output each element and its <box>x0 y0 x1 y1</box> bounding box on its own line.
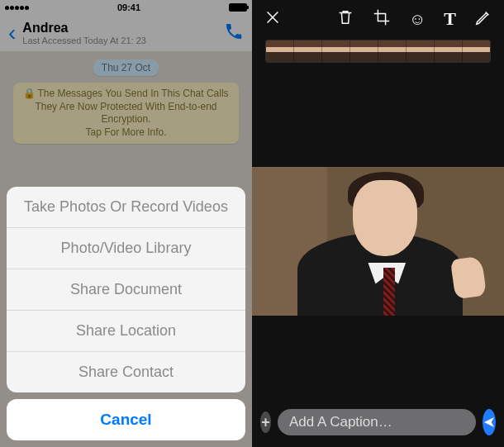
crop-icon[interactable] <box>373 8 391 30</box>
whatsapp-chat-screen: 09:41 ‹ Andrea Last Accessed Today At 21… <box>0 0 252 447</box>
attachment-action-sheet: Take Photos Or Record Videos Photo/Video… <box>7 187 245 440</box>
sheet-item-library[interactable]: Photo/Video Library <box>7 228 245 269</box>
battery-indicator <box>229 3 247 12</box>
encryption-line1: The Messages You Send In This Chat Calls <box>37 88 228 99</box>
signal-indicator <box>5 6 29 10</box>
sheet-item-contact[interactable]: Share Contact <box>7 352 245 392</box>
media-editor-screen: ☺ T + <box>252 0 504 447</box>
close-icon[interactable] <box>264 8 282 30</box>
lock-icon: 🔒 <box>23 88 36 99</box>
filmstrip-frame <box>435 40 463 62</box>
caption-bar: + <box>252 401 504 447</box>
add-media-button[interactable]: + <box>260 411 271 433</box>
send-button[interactable] <box>483 409 496 435</box>
filmstrip-frame <box>407 40 435 62</box>
encryption-line2: They Are Now Protected With End-to-end E… <box>35 101 216 126</box>
last-accessed: Last Accessed Today At 21: 23 <box>22 36 217 45</box>
filmstrip-frame <box>322 40 350 62</box>
preview-image <box>252 167 504 316</box>
filmstrip-frame <box>378 40 407 62</box>
filmstrip-frame <box>266 40 294 62</box>
cancel-button[interactable]: Cancel <box>7 399 245 440</box>
sheet-item-location[interactable]: Share Location <box>7 311 245 352</box>
chat-header: ‹ Andrea Last Accessed Today At 21: 23 <box>0 15 252 51</box>
editor-toolbar: ☺ T <box>252 0 504 38</box>
filmstrip-frame <box>350 40 378 62</box>
sheet-item-document[interactable]: Share Document <box>7 269 245 311</box>
encryption-line3: Tap For More Info. <box>85 126 166 138</box>
status-bar: 09:41 <box>0 0 252 15</box>
encryption-banner[interactable]: 🔒The Messages You Send In This Chat Call… <box>13 83 239 144</box>
call-icon[interactable] <box>224 21 244 45</box>
caption-input[interactable] <box>278 409 476 435</box>
date-pill: Thu 27 Oct <box>93 59 159 76</box>
filmstrip-frame <box>294 40 322 62</box>
sheet-item-camera[interactable]: Take Photos Or Record Videos <box>7 187 245 228</box>
contact-name[interactable]: Andrea <box>22 21 217 36</box>
back-icon[interactable]: ‹ <box>8 20 16 46</box>
text-tool-icon[interactable]: T <box>444 8 456 30</box>
action-sheet-group: Take Photos Or Record Videos Photo/Video… <box>7 187 245 392</box>
draw-icon[interactable] <box>474 8 492 30</box>
emoji-icon[interactable]: ☺ <box>409 10 426 29</box>
video-filmstrip[interactable] <box>265 40 491 63</box>
filmstrip-frame <box>463 40 490 62</box>
status-time: 09:41 <box>117 2 140 12</box>
media-preview[interactable] <box>252 81 504 401</box>
trash-icon[interactable] <box>336 8 354 30</box>
